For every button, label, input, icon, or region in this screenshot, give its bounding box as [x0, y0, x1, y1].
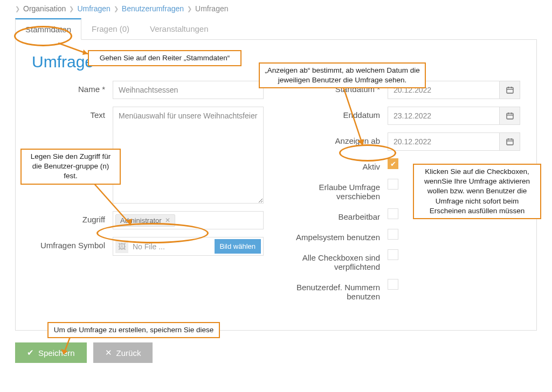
- check-icon: ✔: [27, 348, 34, 358]
- breadcrumb-benutzerumfragen[interactable]: Benutzerumfragen: [122, 4, 184, 13]
- chevron-right-icon: ❯: [187, 5, 192, 12]
- name-label: Name *: [32, 81, 113, 94]
- choose-image-button[interactable]: Bild wählen: [215, 239, 261, 254]
- allecb-checkbox[interactable]: [388, 249, 398, 260]
- chevron-right-icon: ❯: [69, 5, 74, 12]
- zugriff-label: Zugriff: [32, 211, 113, 224]
- highlight-stammdaten-tab: [14, 26, 72, 46]
- highlight-anzeigen-ab: [339, 144, 396, 162]
- highlight-zugriff: [96, 223, 209, 243]
- breadcrumb: ❯ Organisation ❯ Umfragen ❯ Benutzerumfr…: [15, 4, 537, 13]
- tab-fragen[interactable]: Fragen (0): [81, 18, 140, 40]
- callout-zugriff: Legen Sie den Zugriff für die Benutzer-g…: [20, 149, 121, 185]
- breadcrumb-umfragen[interactable]: Umfragen: [77, 4, 110, 13]
- verschieben-checkbox[interactable]: [388, 179, 398, 190]
- back-button[interactable]: ✕ Zurück: [93, 342, 153, 363]
- anzeigen-ab-label: Anzeigen ab: [285, 132, 388, 145]
- bearbeitbar-checkbox[interactable]: [388, 208, 398, 219]
- chevron-right-icon: ❯: [114, 5, 119, 12]
- no-file-text: No File ...: [132, 242, 211, 251]
- symbol-label: Umfragen Symbol: [32, 237, 113, 250]
- verschieben-label: Erlaube Umfrage verschieben: [285, 179, 388, 201]
- bearbeitbar-label: Bearbeitbar: [285, 208, 388, 221]
- nummern-label: Benutzerdef. Nummern benutzen: [285, 279, 388, 301]
- anzeigen-ab-field[interactable]: [388, 132, 500, 151]
- chevron-right-icon: ❯: [15, 5, 20, 12]
- calendar-icon[interactable]: [500, 81, 520, 99]
- breadcrumb-org: Organisation: [23, 4, 66, 13]
- nummern-checkbox[interactable]: [388, 279, 398, 290]
- svg-rect-4: [507, 113, 513, 119]
- save-button[interactable]: ✔ Speichern: [15, 342, 87, 363]
- text-field[interactable]: Menüauswahl für unsere Weihnachtsfeier: [113, 107, 264, 204]
- svg-rect-0: [507, 87, 513, 93]
- tab-strip: Stammdaten Fragen (0) Veranstaltungen: [15, 18, 537, 40]
- callout-anzeigen-ab: „Anzeigen ab“ bestimmt, ab welchem Datum…: [259, 62, 426, 88]
- callout-aktiv: Klicken Sie auf die Checkboxen, wennSie …: [413, 164, 541, 219]
- enddatum-label: Enddatum: [285, 107, 388, 120]
- name-field[interactable]: [113, 81, 264, 99]
- callout-save: Um die Umfrage zu erstellen, speichern S…: [47, 322, 220, 338]
- allecb-label: Alle Checkboxen sind verpflichtend: [285, 249, 388, 271]
- ampel-label: Ampelsystem benutzen: [285, 229, 388, 242]
- calendar-icon[interactable]: [500, 132, 520, 151]
- text-label: Text: [32, 107, 113, 120]
- enddatum-field[interactable]: [388, 107, 500, 125]
- tab-veranstaltungen[interactable]: Veranstaltungen: [140, 18, 218, 40]
- breadcrumb-current: Umfragen: [195, 4, 228, 13]
- svg-rect-8: [507, 139, 513, 145]
- close-icon: ✕: [105, 348, 112, 358]
- ampel-checkbox[interactable]: [388, 229, 398, 240]
- callout-stammdaten: Gehen Sie auf den Reiter „Stammdaten“: [88, 50, 242, 66]
- calendar-icon[interactable]: [500, 107, 520, 125]
- aktiv-checkbox[interactable]: [388, 158, 398, 169]
